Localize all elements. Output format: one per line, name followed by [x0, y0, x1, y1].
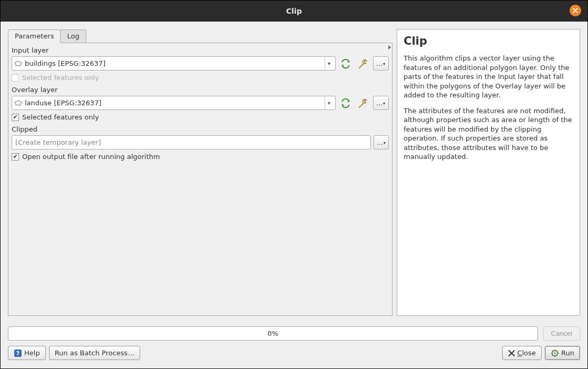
svg-text:?: ? — [16, 350, 19, 357]
overlay-layer-combo[interactable]: landuse [EPSG:32637] ▾ — [12, 96, 336, 110]
gear-run-icon — [551, 349, 559, 357]
run-button[interactable]: Run — [545, 346, 580, 360]
help-icon: ? — [14, 349, 22, 357]
run-batch-button[interactable]: Run as Batch Process… — [49, 346, 141, 360]
progress-text: 0% — [268, 330, 279, 337]
window-title: Clip — [286, 7, 302, 15]
help-panel: Clip This algorithm clips a vector layer… — [397, 29, 580, 316]
window-close-button[interactable] — [570, 5, 581, 16]
help-button[interactable]: ? Help — [8, 346, 46, 360]
chevron-right-icon — [387, 44, 393, 51]
left-panel: Parameters Log Input layer b — [8, 29, 393, 316]
overlay-layer-iterate-button[interactable] — [338, 96, 353, 110]
collapse-help-handle[interactable] — [387, 44, 393, 51]
help-button-label: Help — [24, 349, 40, 357]
input-layer-value: buildings [EPSG:32637] — [25, 59, 325, 67]
help-paragraph-2: The attributes of the features are not m… — [404, 106, 573, 162]
input-layer-combo[interactable]: buildings [EPSG:32637] ▾ — [12, 56, 336, 71]
output-browse-button[interactable]: …▾ — [374, 135, 389, 149]
tab-log[interactable]: Log — [60, 29, 86, 43]
titlebar: Clip — [1, 1, 587, 22]
output-path-input[interactable]: [Create temporary layer] — [12, 135, 371, 149]
close-button[interactable]: Close — [502, 346, 542, 360]
input-layer-browse-button[interactable]: …▾ — [373, 56, 389, 71]
tab-parameters[interactable]: Parameters — [8, 29, 61, 43]
tab-bar: Parameters Log — [8, 29, 393, 43]
overlay-selected-only-checkbox[interactable]: ✔ — [12, 114, 19, 121]
run-button-label: Run — [561, 349, 574, 357]
dialog-window: Clip Parameters Log Input layer — [0, 0, 588, 369]
open-after-label: Open output file after running algorithm — [22, 153, 160, 161]
output-label: Clipped — [12, 125, 389, 133]
input-selected-only-row: Selected features only — [12, 74, 389, 82]
cancel-button: Cancel — [543, 326, 580, 341]
dialog-body: Parameters Log Input layer b — [1, 22, 587, 368]
close-icon — [573, 8, 578, 13]
iterate-icon — [340, 58, 351, 69]
ellipsis-icon: …▾ — [376, 60, 386, 67]
help-title: Clip — [404, 35, 573, 47]
wrench-icon — [357, 58, 369, 69]
help-paragraph-1: This algorithm clips a vector layer usin… — [404, 54, 573, 100]
run-batch-label: Run as Batch Process… — [55, 349, 135, 357]
input-layer-iterate-button[interactable] — [338, 56, 353, 71]
ellipsis-icon: …▾ — [376, 99, 386, 107]
iterate-icon — [340, 98, 351, 108]
input-selected-only-checkbox — [12, 74, 19, 82]
chevron-down-icon: ▾ — [325, 96, 333, 109]
overlay-layer-browse-button[interactable]: …▾ — [373, 96, 389, 110]
wrench-icon — [357, 98, 369, 108]
parameters-tab-body: Input layer buildings [EPSG:32637] ▾ — [8, 43, 393, 316]
overlay-selected-only-label: Selected features only — [22, 113, 99, 121]
svg-point-3 — [554, 352, 556, 354]
progress-bar: 0% — [8, 326, 538, 341]
overlay-layer-advanced-button[interactable] — [356, 96, 370, 110]
open-after-checkbox[interactable]: ✔ — [12, 153, 19, 161]
overlay-layer-value: landuse [EPSG:32637] — [25, 99, 325, 107]
polygon-layer-icon — [14, 60, 23, 67]
overlay-selected-only-row[interactable]: ✔ Selected features only — [12, 113, 389, 121]
chevron-down-icon: ▾ — [325, 57, 333, 70]
overlay-layer-label: Overlay layer — [12, 86, 389, 94]
input-selected-only-label: Selected features only — [22, 74, 99, 82]
x-icon — [508, 350, 515, 357]
close-button-label: Close — [517, 349, 536, 357]
ellipsis-icon: …▾ — [377, 139, 386, 146]
polygon-layer-icon — [14, 99, 23, 107]
output-placeholder: [Create temporary layer] — [15, 138, 101, 146]
input-layer-advanced-button[interactable] — [356, 56, 370, 71]
open-after-row[interactable]: ✔ Open output file after running algorit… — [12, 153, 389, 161]
input-layer-label: Input layer — [12, 46, 389, 54]
